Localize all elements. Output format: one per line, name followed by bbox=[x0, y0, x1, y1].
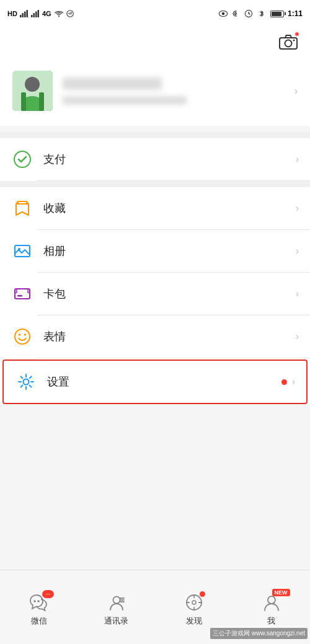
svg-point-16 bbox=[285, 40, 292, 47]
status-right: 1:11 bbox=[218, 9, 303, 18]
camera-area bbox=[0, 27, 310, 58]
svg-point-29 bbox=[19, 333, 21, 336]
wechat-nav-label: 微信 bbox=[31, 615, 47, 627]
wifi-icon bbox=[54, 10, 64, 17]
svg-rect-10 bbox=[70, 12, 71, 15]
camera-notification-dot bbox=[294, 32, 299, 37]
pay-icon bbox=[11, 148, 33, 170]
nfc-icon bbox=[232, 9, 241, 18]
profile-subtitle-blurred bbox=[63, 96, 187, 105]
contacts-icon bbox=[107, 593, 126, 612]
card-label: 卡包 bbox=[43, 286, 296, 301]
menu-item-settings[interactable]: 设置 › bbox=[2, 359, 308, 404]
discover-nav-label: 发现 bbox=[186, 615, 202, 627]
pay-arrow: › bbox=[296, 154, 299, 165]
profile-arrow: › bbox=[294, 86, 298, 97]
svg-point-25 bbox=[18, 248, 20, 250]
nav-item-discover[interactable]: 发现 bbox=[155, 588, 232, 627]
menu-item-collect[interactable]: 收藏 › bbox=[0, 187, 310, 229]
menu-item-album[interactable]: 相册 › bbox=[0, 230, 310, 272]
svg-point-33 bbox=[37, 600, 40, 602]
collect-label: 收藏 bbox=[43, 201, 296, 216]
me-nav-label: 我 bbox=[267, 615, 275, 627]
signal-text: HD bbox=[7, 10, 17, 17]
menu-item-card[interactable]: 卡包 › bbox=[0, 273, 310, 315]
signal2-icon bbox=[31, 10, 40, 17]
svg-point-36 bbox=[192, 601, 196, 604]
svg-rect-2 bbox=[24, 12, 26, 18]
svg-point-31 bbox=[24, 379, 29, 385]
pay-label: 支付 bbox=[43, 152, 296, 167]
signal-icon bbox=[20, 10, 29, 17]
profile-section[interactable]: › bbox=[0, 58, 310, 126]
collect-arrow: › bbox=[296, 203, 299, 214]
svg-point-34 bbox=[113, 597, 120, 604]
emoji-icon bbox=[11, 325, 33, 348]
network-type: 4G bbox=[42, 10, 51, 17]
svg-point-17 bbox=[293, 40, 295, 42]
me-icon: NEW bbox=[262, 593, 281, 612]
clock-icon bbox=[244, 9, 253, 18]
card-icon bbox=[11, 283, 33, 305]
svg-rect-6 bbox=[35, 12, 37, 18]
svg-rect-22 bbox=[39, 92, 44, 111]
avatar bbox=[12, 71, 53, 111]
svg-rect-4 bbox=[31, 15, 33, 17]
settings-label: 设置 bbox=[47, 374, 281, 389]
status-bar: HD 4G bbox=[0, 0, 310, 27]
svg-rect-9 bbox=[68, 13, 69, 15]
nav-item-contacts[interactable]: 通讯录 bbox=[78, 588, 155, 627]
svg-point-37 bbox=[268, 596, 275, 604]
wechat-badge: ··· bbox=[42, 590, 53, 598]
album-arrow: › bbox=[296, 245, 299, 257]
menu-item-emoji[interactable]: 表情 › bbox=[0, 315, 310, 358]
watermark: 三公子游戏网 www.sangongzi.net bbox=[210, 628, 308, 639]
album-label: 相册 bbox=[43, 244, 296, 258]
me-new-badge: NEW bbox=[272, 589, 290, 596]
divider-5 bbox=[37, 358, 310, 358]
svg-rect-1 bbox=[22, 13, 24, 17]
collect-icon bbox=[11, 197, 33, 219]
album-icon bbox=[11, 240, 33, 262]
svg-point-28 bbox=[15, 329, 30, 344]
camera-button[interactable] bbox=[279, 33, 298, 52]
menu-item-pay[interactable]: 支付 › bbox=[0, 138, 310, 180]
svg-rect-21 bbox=[21, 92, 26, 111]
nav-item-me[interactable]: NEW 我 bbox=[232, 588, 310, 627]
svg-point-23 bbox=[14, 151, 30, 167]
section-divider-2 bbox=[0, 181, 310, 187]
eye-icon bbox=[218, 10, 228, 17]
contacts-nav-label: 通讯录 bbox=[104, 615, 128, 627]
battery-icon bbox=[270, 11, 284, 17]
svg-point-32 bbox=[33, 600, 36, 602]
svg-point-12 bbox=[222, 12, 225, 15]
emoji-arrow: › bbox=[296, 331, 299, 342]
settings-arrow: › bbox=[292, 376, 295, 387]
svg-point-30 bbox=[24, 333, 27, 336]
section-divider bbox=[0, 132, 310, 138]
svg-rect-0 bbox=[20, 15, 22, 17]
discover-notification-dot bbox=[200, 591, 205, 597]
nav-item-wechat[interactable]: ··· 微信 bbox=[0, 588, 78, 627]
avatar-person bbox=[12, 71, 53, 111]
emoji-label: 表情 bbox=[43, 329, 296, 344]
svg-point-19 bbox=[25, 77, 40, 92]
profile-name-blurred bbox=[63, 77, 162, 90]
svg-point-8 bbox=[66, 11, 73, 17]
card-arrow: › bbox=[296, 288, 299, 299]
message-notify-icon bbox=[66, 10, 74, 17]
svg-rect-5 bbox=[33, 13, 35, 17]
time-display: 1:11 bbox=[288, 9, 303, 18]
status-left: HD 4G bbox=[7, 10, 74, 17]
settings-notification-dot bbox=[281, 379, 287, 385]
main-content: › 支付 › bbox=[0, 27, 310, 570]
svg-point-13 bbox=[236, 13, 237, 14]
menu-list: 支付 › 收藏 › bbox=[0, 138, 310, 404]
svg-rect-3 bbox=[26, 10, 28, 17]
bluetooth-icon bbox=[257, 9, 267, 18]
avatar-image bbox=[12, 71, 53, 111]
svg-rect-27 bbox=[17, 295, 22, 297]
svg-rect-7 bbox=[37, 10, 39, 17]
settings-icon bbox=[15, 371, 37, 393]
profile-info bbox=[63, 77, 285, 105]
